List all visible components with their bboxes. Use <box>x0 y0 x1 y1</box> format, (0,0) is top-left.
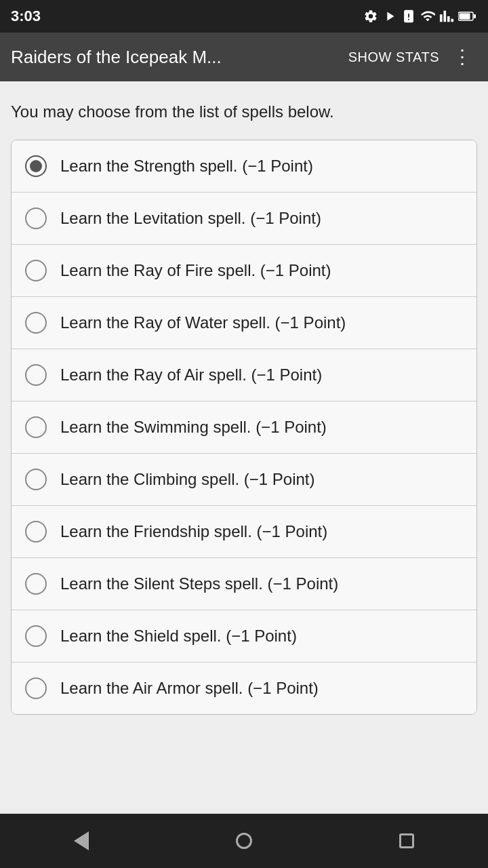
spell-item-6[interactable]: Learn the Climbing spell. (−1 Point) <box>12 454 476 506</box>
radio-10[interactable] <box>25 677 47 699</box>
radio-7[interactable] <box>25 521 47 542</box>
spell-item-2[interactable]: Learn the Ray of Fire spell. (−1 Point) <box>12 245 476 297</box>
home-button[interactable] <box>224 821 264 861</box>
play-icon <box>382 9 397 24</box>
spell-label-0: Learn the Strength spell. (−1 Point) <box>60 155 313 176</box>
spell-label-10: Learn the Air Armor spell. (−1 Point) <box>60 677 319 698</box>
nav-bar <box>0 814 488 868</box>
radio-5[interactable] <box>25 416 47 438</box>
spell-item-0[interactable]: Learn the Strength spell. (−1 Point) <box>12 140 476 193</box>
radio-3[interactable] <box>25 312 47 334</box>
spell-label-1: Learn the Levitation spell. (−1 Point) <box>60 208 321 229</box>
radio-8[interactable] <box>25 573 47 595</box>
spell-label-3: Learn the Ray of Water spell. (−1 Point) <box>60 312 346 333</box>
signal-icon <box>439 9 454 24</box>
battery-icon <box>458 9 477 24</box>
radio-9[interactable] <box>25 625 47 647</box>
spell-label-5: Learn the Swimming spell. (−1 Point) <box>60 416 327 437</box>
status-time: 3:03 <box>11 7 41 25</box>
spell-label-7: Learn the Friendship spell. (−1 Point) <box>60 521 327 542</box>
spell-list: Learn the Strength spell. (−1 Point)Lear… <box>11 140 477 715</box>
main-content: You may choose from the list of spells b… <box>0 81 488 814</box>
spell-item-4[interactable]: Learn the Ray of Air spell. (−1 Point) <box>12 349 476 401</box>
show-stats-button[interactable]: SHOW STATS <box>348 50 439 65</box>
radio-2[interactable] <box>25 260 47 281</box>
status-bar: 3:03 <box>0 0 488 33</box>
radio-6[interactable] <box>25 469 47 490</box>
recent-button[interactable] <box>386 821 427 861</box>
back-icon <box>74 831 89 850</box>
svg-rect-2 <box>474 14 476 18</box>
spell-item-7[interactable]: Learn the Friendship spell. (−1 Point) <box>12 506 476 558</box>
spell-item-10[interactable]: Learn the Air Armor spell. (−1 Point) <box>12 663 476 714</box>
recent-icon <box>399 833 414 848</box>
svg-rect-1 <box>460 14 470 20</box>
spell-item-5[interactable]: Learn the Swimming spell. (−1 Point) <box>12 401 476 454</box>
spell-label-6: Learn the Climbing spell. (−1 Point) <box>60 469 315 490</box>
spell-label-9: Learn the Shield spell. (−1 Point) <box>60 625 297 646</box>
app-bar: Raiders of the Icepeak M... SHOW STATS ⋮ <box>0 33 488 81</box>
status-icons <box>363 9 477 24</box>
radio-4[interactable] <box>25 364 47 386</box>
instruction-text: You may choose from the list of spells b… <box>11 100 477 123</box>
settings-icon <box>363 9 378 24</box>
radio-0[interactable] <box>25 155 47 177</box>
sim-icon <box>401 9 416 24</box>
radio-1[interactable] <box>25 208 47 229</box>
spell-item-8[interactable]: Learn the Silent Steps spell. (−1 Point) <box>12 558 476 610</box>
spell-item-3[interactable]: Learn the Ray of Water spell. (−1 Point) <box>12 297 476 349</box>
spell-label-8: Learn the Silent Steps spell. (−1 Point) <box>60 573 338 594</box>
spell-item-9[interactable]: Learn the Shield spell. (−1 Point) <box>12 610 476 663</box>
overflow-menu-button[interactable]: ⋮ <box>447 45 477 69</box>
home-icon <box>236 833 252 849</box>
app-title: Raiders of the Icepeak M... <box>11 47 340 68</box>
wifi-icon <box>420 9 435 24</box>
spell-label-4: Learn the Ray of Air spell. (−1 Point) <box>60 364 322 385</box>
spell-item-1[interactable]: Learn the Levitation spell. (−1 Point) <box>12 193 476 245</box>
spell-label-2: Learn the Ray of Fire spell. (−1 Point) <box>60 260 331 281</box>
back-button[interactable] <box>61 821 102 861</box>
